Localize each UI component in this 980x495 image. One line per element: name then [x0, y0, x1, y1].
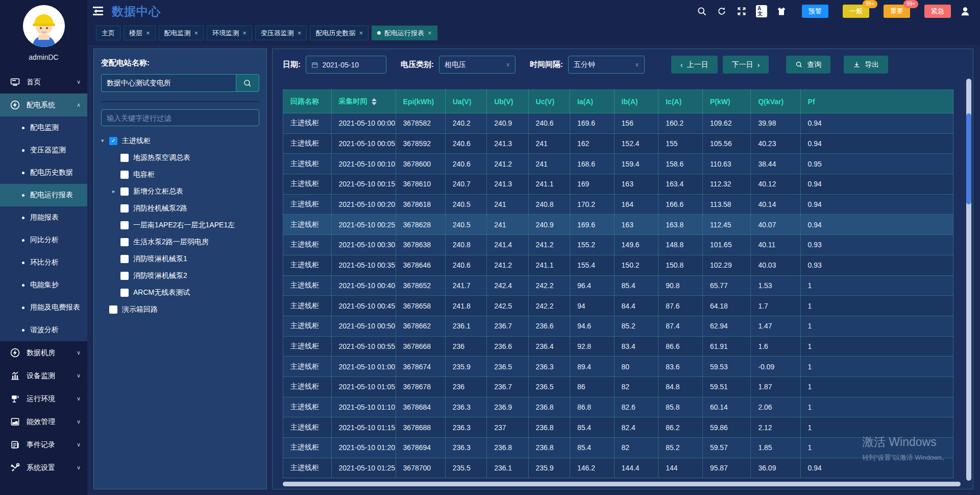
checkbox[interactable] — [120, 255, 129, 263]
close-icon[interactable]: × — [298, 30, 302, 36]
table-row[interactable]: 主进线柜2021-05-10 01:253678700235.5236.1235… — [283, 458, 953, 478]
column-header-Ib(A)[interactable]: Ib(A) — [614, 90, 658, 113]
close-icon[interactable]: × — [242, 30, 247, 36]
station-input[interactable] — [101, 74, 236, 92]
table-row[interactable]: 主进线柜2021-05-10 00:303678638240.8241.4241… — [283, 235, 953, 255]
column-header-Ub(V)[interactable]: Ub(V) — [487, 90, 528, 113]
sidebar-subitem-配电历史数据[interactable]: 配电历史数据 — [0, 161, 87, 184]
alarm-button-紧急[interactable]: 紧急 — [924, 5, 951, 18]
column-header-Pf[interactable]: Pf — [800, 90, 953, 113]
avatar[interactable] — [23, 5, 65, 47]
voltage-type-select[interactable]: 相电压 ∨ — [439, 56, 516, 74]
table-row[interactable]: 主进线柜2021-05-10 01:153678688236.3237236.8… — [283, 417, 953, 438]
close-icon[interactable]: × — [359, 30, 363, 36]
column-header-Uc(V)[interactable]: Uc(V) — [528, 90, 570, 113]
column-header-回路名称[interactable]: 回路名称 — [283, 90, 332, 113]
sidebar-subitem-电能集抄[interactable]: 电能集抄 — [0, 274, 87, 296]
table-row[interactable]: 主进线柜2021-05-10 00:203678618240.5241240.8… — [283, 194, 953, 215]
horizontal-scrollbar[interactable] — [283, 482, 961, 486]
checkbox[interactable] — [120, 238, 129, 246]
query-button[interactable]: 查询 — [786, 56, 830, 74]
scrollbar-thumb[interactable] — [966, 113, 971, 204]
alarm-button-重要[interactable]: 重要99+ — [884, 5, 910, 18]
tab-楼层[interactable]: 楼层× — [124, 26, 156, 40]
sidebar-subitem-用能及电费报表[interactable]: 用能及电费报表 — [0, 296, 87, 319]
checkbox[interactable] — [120, 204, 129, 213]
tab-配电监测[interactable]: 配电监测× — [159, 26, 204, 40]
translate-icon[interactable]: A文 — [756, 6, 767, 17]
tab-变压器监测[interactable]: 变压器监测× — [255, 26, 307, 40]
checkbox[interactable] — [120, 187, 129, 196]
table-row[interactable]: 主进线柜2021-05-10 00:353678646240.6241.2241… — [283, 255, 953, 275]
collapse-menu-icon[interactable] — [91, 6, 104, 16]
checkbox[interactable] — [109, 305, 117, 314]
alarm-button-一般[interactable]: 一般99+ — [843, 5, 869, 18]
station-search-button[interactable] — [236, 74, 259, 92]
table-row[interactable]: 主进线柜2021-05-10 01:203678694236.3236.8236… — [283, 438, 953, 458]
tree-node-消防喷淋机械泵2[interactable]: 消防喷淋机械泵2 — [101, 267, 259, 284]
prev-day-button[interactable]: ‹ 上一日 — [671, 56, 718, 74]
checkbox[interactable] — [120, 272, 129, 280]
date-picker[interactable] — [306, 56, 386, 74]
sidebar-item-设备监测[interactable]: 设备监测∨ — [0, 364, 87, 387]
fullscreen-icon[interactable] — [736, 6, 747, 17]
close-icon[interactable]: × — [146, 30, 150, 36]
column-header-采集时间[interactable]: 采集时间 — [331, 90, 396, 113]
sidebar-item-系统设置[interactable]: 系统设置∨ — [0, 456, 87, 479]
tab-配电运行报表[interactable]: 配电运行报表× — [372, 26, 437, 40]
vertical-scrollbar[interactable] — [966, 79, 971, 481]
table-row[interactable]: 主进线柜2021-05-10 01:053678678236236.7236.5… — [283, 376, 953, 397]
sidebar-subitem-配电运行报表[interactable]: 配电运行报表 — [0, 184, 87, 206]
tree-node-生活水泵2路一层弱电房[interactable]: 生活水泵2路一层弱电房 — [101, 233, 259, 250]
table-row[interactable]: 主进线柜2021-05-10 00:453678658241.8242.5242… — [283, 296, 953, 316]
column-header-Ic(A)[interactable]: Ic(A) — [658, 90, 703, 113]
sidebar-item-数据机房[interactable]: 数据机房∨ — [0, 341, 87, 364]
column-header-Epi(kWh)[interactable]: Epi(kWh) — [396, 90, 445, 113]
checkbox[interactable] — [120, 154, 129, 162]
table-row[interactable]: 主进线柜2021-05-10 00:103678600240.6241.2241… — [283, 154, 953, 174]
sidebar-item-事件记录[interactable]: 事件记录∨ — [0, 433, 87, 456]
next-day-button[interactable]: 下一日 › — [723, 56, 769, 74]
tab-环境监测[interactable]: 环境监测× — [207, 26, 252, 40]
close-icon[interactable]: × — [428, 30, 432, 36]
table-row[interactable]: 主进线柜2021-05-10 00:553678668236236.6236.4… — [283, 336, 953, 357]
interval-select[interactable]: 五分钟 ∨ — [568, 56, 645, 74]
table-row[interactable]: 主进线柜2021-05-10 00:253678628240.5241240.9… — [283, 215, 953, 235]
tree-node-新增分立柜总表[interactable]: ▸新增分立柜总表 — [101, 183, 259, 200]
column-header-Ua(V)[interactable]: Ua(V) — [445, 90, 486, 113]
tree-filter-input[interactable] — [101, 109, 259, 126]
sidebar-subitem-同比分析[interactable]: 同比分析 — [0, 229, 87, 251]
column-header-Q(kVar)[interactable]: Q(kVar) — [751, 90, 800, 113]
tree-node-演示箱回路[interactable]: 演示箱回路 — [101, 301, 259, 318]
sidebar-item-运行环境[interactable]: 运行环境∨ — [0, 387, 87, 410]
tree-node-消防栓机械泵2路[interactable]: 消防栓机械泵2路 — [101, 200, 259, 217]
alarm-button-预警[interactable]: 预警 — [802, 5, 828, 18]
table-row[interactable]: 主进线柜2021-05-10 00:503678662236.1236.7236… — [283, 316, 953, 336]
search-icon[interactable] — [696, 6, 707, 17]
checkbox[interactable] — [120, 171, 129, 179]
sidebar-item-能效管理[interactable]: 能效管理∨ — [0, 410, 87, 433]
table-row[interactable]: 主进线柜2021-05-10 01:103678684236.3236.9236… — [283, 397, 953, 417]
column-header-Ia(A)[interactable]: Ia(A) — [570, 90, 614, 113]
tree-node-主进线柜[interactable]: ▾✓主进线柜 — [101, 132, 259, 149]
tree-node-ARCM无线表测试[interactable]: ARCM无线表测试 — [101, 284, 259, 301]
tree-node-一层南1APE2右一层北1APE1左[interactable]: 一层南1APE2右一层北1APE1左 — [101, 217, 259, 233]
tree-node-地源热泵空调总表[interactable]: 地源热泵空调总表 — [101, 149, 259, 166]
checkbox[interactable]: ✓ — [109, 137, 117, 145]
sidebar-subitem-变压器监测[interactable]: 变压器监测 — [0, 139, 87, 161]
table-row[interactable]: 主进线柜2021-05-10 00:053678592240.6241.3241… — [283, 133, 953, 154]
sidebar-subitem-用能报表[interactable]: 用能报表 — [0, 206, 87, 229]
sort-icon[interactable] — [372, 98, 377, 105]
date-input[interactable] — [322, 61, 381, 69]
table-row[interactable]: 主进线柜2021-05-10 01:003678674235.9236.5236… — [283, 357, 953, 377]
table-row[interactable]: 主进线柜2021-05-10 00:153678610240.7241.3241… — [283, 174, 953, 195]
theme-icon[interactable] — [776, 6, 787, 17]
close-icon[interactable]: × — [194, 30, 199, 36]
checkbox[interactable] — [120, 221, 129, 229]
sidebar-item-配电系统[interactable]: 配电系统∧ — [0, 93, 87, 116]
tree-node-消防喷淋机械泵1[interactable]: 消防喷淋机械泵1 — [101, 250, 259, 267]
checkbox[interactable] — [120, 289, 129, 297]
sidebar-subitem-谐波分析[interactable]: 谐波分析 — [0, 319, 87, 341]
tab-主页[interactable]: 主页 — [96, 26, 120, 40]
sidebar-subitem-环比分析[interactable]: 环比分析 — [0, 251, 87, 274]
